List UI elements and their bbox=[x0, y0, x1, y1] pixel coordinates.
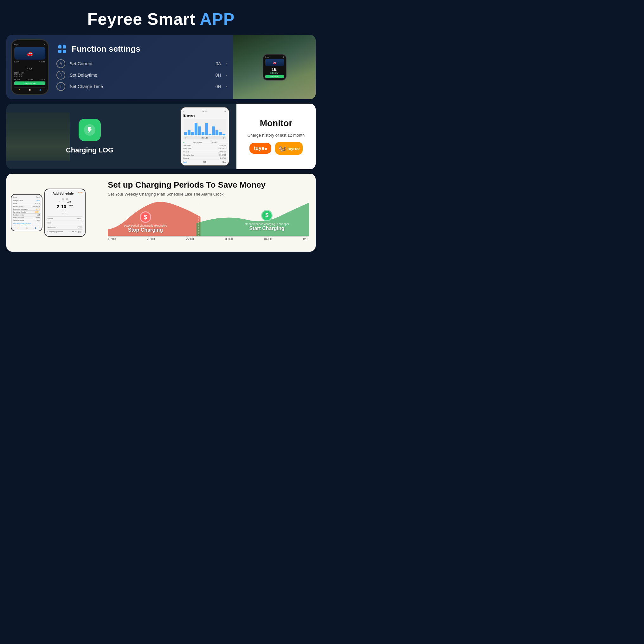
toggle-knob bbox=[78, 226, 80, 229]
floating-price: €4.80/hr bbox=[265, 72, 284, 74]
phone-floating: feyree ☰ 🚗 16A €4.80/hr Start charging bbox=[263, 54, 287, 81]
chargetime-value: 0H bbox=[216, 84, 221, 89]
function-settings-content: Function settings A Set Current 0A › D S… bbox=[53, 35, 233, 99]
energy-month[interactable]: ◄ 2024/10 ► bbox=[184, 136, 226, 139]
tuya-dot bbox=[265, 148, 267, 150]
svg-rect-1 bbox=[63, 45, 66, 48]
energy-phone: ‹ feyree ☰ Energy bbox=[180, 107, 229, 166]
graph-divider bbox=[198, 201, 199, 236]
phone-time: D: 14H 14:00:00 T: 10H bbox=[14, 79, 45, 81]
energy-phone-area: ‹ feyree ☰ Energy bbox=[173, 104, 236, 169]
ev-charger-visual-area: feyree ☰ 🚗 16A €4.80/hr Start charging bbox=[233, 35, 316, 99]
charge-graph: $ peak period charging is expensive Stop… bbox=[108, 201, 309, 245]
current-icon: A bbox=[56, 59, 65, 68]
status-phone-nav: ⚡ 📋 👤 bbox=[13, 226, 40, 229]
delay-label: Set Delaytime bbox=[70, 73, 211, 78]
floating-btn[interactable]: Start charging bbox=[265, 75, 284, 78]
status-phone: feyree Finish Charger Status Finish Powe… bbox=[11, 194, 42, 231]
note-arrow: › bbox=[82, 222, 82, 224]
phone-car-display: 🚗 bbox=[14, 47, 45, 60]
energy-nav: Last NO Next bbox=[184, 161, 226, 163]
schedule-phone: ‹ Add Schedule Save 12 08 1 09 AM 2 bbox=[44, 189, 86, 237]
middle-left-area: Charging LOG ‹ feyree ☰ Energy bbox=[6, 104, 236, 169]
bar-2 bbox=[188, 130, 190, 135]
time-label-6: 8:00 bbox=[303, 237, 309, 241]
bar-3 bbox=[191, 132, 194, 135]
sp-nav-log[interactable]: 📋 bbox=[26, 227, 28, 229]
time-label-3: 22:00 bbox=[186, 237, 194, 241]
next-month-btn[interactable]: ► bbox=[223, 137, 225, 139]
title-part2: APP bbox=[200, 10, 235, 28]
sch-row-operation[interactable]: Charging Operation Start charging › bbox=[48, 229, 82, 234]
time-label-1: 18:00 bbox=[108, 237, 116, 241]
bar-11 bbox=[219, 132, 222, 135]
monitor-subtitle: Charge history of last 12 month bbox=[248, 133, 305, 138]
sp-row-4: Equipment temperature 40.1°C bbox=[13, 208, 40, 211]
phone-mockup-left: feyree ☰ 🚗 0.0kW0.0kWh 16A 229.8V 0.0A 0… bbox=[11, 39, 49, 95]
phone-app-name: feyree bbox=[14, 44, 20, 46]
func-item-chargetime[interactable]: T Set Charge Time 0H › bbox=[56, 82, 227, 91]
peak-label: $ peak period charging is expensive Stop… bbox=[124, 211, 167, 233]
phone-voltage: 229.8V 0.0A 0.0V 0.0A 0.5V 0.0A bbox=[14, 72, 45, 78]
prev-month-btn[interactable]: ◄ bbox=[185, 137, 186, 139]
sp-nav-charger[interactable]: ⚡ bbox=[17, 227, 19, 229]
delay-icon: D bbox=[56, 71, 65, 80]
phone-start-btn[interactable]: Start charging bbox=[14, 81, 45, 85]
phone-header: feyree ☰ bbox=[14, 43, 45, 46]
bar-1 bbox=[184, 132, 187, 135]
bar-5 bbox=[198, 126, 201, 135]
time-label-5: 04:00 bbox=[264, 237, 272, 241]
start-time-row: Start time 00:01:01... bbox=[184, 147, 226, 150]
time-label-4: 00:00 bbox=[225, 237, 233, 241]
sp-row-faq[interactable]: Frequently Asked Questions bbox=[13, 222, 40, 225]
current-value: 0A bbox=[216, 61, 221, 66]
nav-me[interactable]: 👤 bbox=[39, 89, 41, 91]
svg-rect-3 bbox=[63, 50, 66, 53]
charging-periods-section: feyree Finish Charger Status Finish Powe… bbox=[6, 174, 316, 252]
svg-rect-0 bbox=[58, 45, 61, 48]
repeat-label: Repeat bbox=[48, 218, 53, 220]
feyree-squirrel-icon: 🐿️ bbox=[278, 145, 286, 152]
notification-toggle[interactable] bbox=[77, 226, 82, 229]
function-settings-title: Function settings bbox=[56, 43, 227, 55]
sch-back-icon[interactable]: ‹ bbox=[48, 192, 48, 196]
title-part1: Feyree Smart bbox=[87, 10, 200, 28]
sp-row-8: Available current 6.4A bbox=[13, 219, 40, 222]
bar-4 bbox=[195, 123, 197, 135]
sch-row-note[interactable]: Note › bbox=[48, 221, 82, 225]
nav-next[interactable]: Next bbox=[222, 161, 226, 163]
energy-phone-header: ‹ feyree ☰ bbox=[184, 110, 226, 112]
tp-row-1: 12 08 bbox=[48, 198, 82, 200]
schedule-save-btn[interactable]: Save bbox=[78, 192, 82, 196]
func-item-current[interactable]: A Set Current 0A › bbox=[56, 59, 227, 68]
sp-row-5: Scheduled Charging NEXT→ bbox=[13, 211, 40, 214]
schedule-header: ‹ Add Schedule Save bbox=[48, 192, 82, 196]
energy-row: Energy 0.0kWh bbox=[184, 157, 226, 160]
current-arrow: › bbox=[226, 61, 227, 66]
nav-charger[interactable]: ⚡ bbox=[18, 89, 20, 91]
nav-last[interactable]: Last bbox=[184, 161, 187, 163]
nav-log[interactable]: 📋 bbox=[29, 89, 31, 91]
charging-log-label: Charging LOG bbox=[66, 146, 113, 154]
sp-nav-me[interactable]: 👤 bbox=[35, 227, 36, 229]
schedule-title: Add Schedule bbox=[53, 192, 74, 195]
bg-silhouette bbox=[6, 113, 70, 161]
energy-bar-chart bbox=[184, 119, 226, 135]
sch-row-repeat[interactable]: Repeat Once › bbox=[48, 216, 82, 221]
nav-no[interactable]: NO bbox=[203, 161, 206, 163]
function-items-list: A Set Current 0A › D Set Delaytime 0H › … bbox=[56, 59, 227, 91]
sp-row-6: Hardware version V1.1 bbox=[13, 214, 40, 216]
func-item-delay[interactable]: D Set Delaytime 0H › bbox=[56, 71, 227, 80]
current-label: Set Current bbox=[70, 61, 211, 66]
repeat-value: Once › bbox=[77, 218, 82, 220]
charging-time-row: Charging time 00:00:05 bbox=[184, 153, 226, 157]
setup-charging-right: Set up Charging Periods To Save Money Se… bbox=[101, 174, 316, 252]
setup-title: Set up Charging Periods To Save Money bbox=[108, 180, 309, 190]
floating-car: 🚗 bbox=[265, 59, 284, 66]
monitor-area: Monitor Charge history of last 12 month … bbox=[236, 104, 316, 169]
operation-label: Charging Operation bbox=[48, 231, 63, 233]
offpeak-text-small: off-peak period charging is cheaper bbox=[244, 222, 289, 226]
setup-subtitle: Set Your Weekly Charging Plan Schedule L… bbox=[108, 192, 309, 196]
bar-9 bbox=[212, 126, 215, 135]
chargetime-icon: T bbox=[56, 82, 65, 91]
